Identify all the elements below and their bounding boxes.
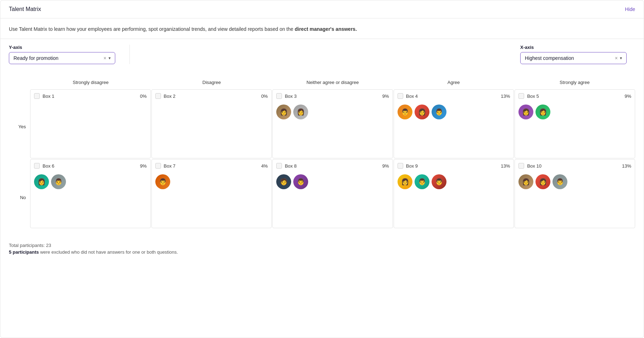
cell-header-box1: Box 1 0% [34, 93, 147, 99]
cell-checkbox-box9[interactable] [398, 163, 403, 169]
avatar-box10-1[interactable]: 👩 [518, 174, 533, 189]
y-axis-labels: Yes No [9, 77, 30, 233]
excluded-rest: were excluded who did not have answers f… [39, 249, 178, 255]
avatar-box9-2[interactable]: 👨 [415, 174, 429, 189]
cell-percent-box7: 4% [261, 163, 268, 169]
y-axis-label: Y-axis [9, 45, 115, 50]
cell-checkbox-box7[interactable] [155, 163, 161, 169]
matrix-cell-box5: Box 5 9% 👩 👩 [515, 89, 635, 158]
avatar-box4-3[interactable]: 👨 [432, 105, 446, 119]
matrix-cell-box1: Box 1 0% [30, 89, 151, 158]
cell-label-box5: Box 5 [518, 93, 539, 99]
matrix-grid-row1: Box 1 0% Box 2 0% [30, 89, 635, 158]
excluded-text: 5 participants were excluded who did not… [9, 249, 635, 255]
avatar-box10-2[interactable]: 👩 [535, 174, 550, 189]
cell-name-box9: Box 9 [406, 163, 418, 169]
col-header-0: Strongly disagree [30, 77, 151, 88]
cell-label-box8: Box 8 [276, 163, 296, 169]
matrix-cell-box10: Box 10 13% 👩 👩 👨 [515, 159, 635, 228]
cell-avatars-box1 [34, 103, 147, 106]
x-axis-select[interactable]: Highest compensation × ▾ [520, 52, 627, 64]
header: Talent Matrix Hide [0, 0, 644, 18]
x-axis-controls: × ▾ [615, 56, 622, 61]
cell-avatars-box8: 🧑 👨 [276, 173, 389, 191]
matrix-cell-box4: Box 4 13% 👨 👩 👨 [394, 89, 514, 158]
cell-checkbox-box8[interactable] [276, 163, 282, 169]
cell-label-box1: Box 1 [34, 93, 54, 99]
cell-avatars-box6: 👩 👨 [34, 173, 147, 191]
cell-name-box1: Box 1 [43, 94, 54, 99]
x-axis-label: X-axis [520, 45, 627, 50]
hide-link[interactable]: Hide [625, 6, 635, 12]
avatar-box4-2[interactable]: 👩 [415, 105, 429, 119]
cell-name-box5: Box 5 [527, 94, 539, 99]
y-label-no: No [9, 162, 30, 233]
cell-label-box7: Box 7 [155, 163, 176, 169]
cell-percent-box6: 9% [140, 163, 147, 169]
cell-header-box5: Box 5 9% [518, 93, 631, 99]
cell-checkbox-box5[interactable] [518, 93, 524, 99]
page-title: Talent Matrix [9, 6, 41, 12]
cell-name-box8: Box 8 [285, 163, 296, 169]
avatar-box5-1[interactable]: 👩 [518, 105, 533, 119]
x-axis-value: Highest compensation [525, 55, 574, 61]
x-axis-section: X-axis Highest compensation × ▾ [520, 45, 635, 64]
avatar-box9-3[interactable]: 👨 [432, 174, 446, 189]
cell-name-box10: Box 10 [527, 163, 541, 169]
x-axis-chevron-icon[interactable]: ▾ [620, 56, 622, 61]
footer: Total participants: 23 5 participants we… [0, 238, 644, 259]
col-header-4: Strongly agree [514, 77, 635, 88]
y-axis-chevron-icon[interactable]: ▾ [109, 56, 111, 61]
cell-percent-box8: 9% [382, 163, 389, 169]
cell-label-box6: Box 6 [34, 163, 54, 169]
avatar-box8-2[interactable]: 👨 [293, 174, 308, 189]
cell-label-box2: Box 2 [155, 93, 176, 99]
y-axis-select[interactable]: Ready for promotion × ▾ [9, 52, 115, 64]
y-axis-clear-icon[interactable]: × [104, 56, 106, 61]
cell-checkbox-box2[interactable] [155, 93, 161, 99]
avatar-box10-3[interactable]: 👨 [553, 174, 567, 189]
cell-header-box6: Box 6 9% [34, 163, 147, 169]
cell-header-box9: Box 9 13% [398, 163, 510, 169]
matrix-grid-row2: Box 6 9% 👩 👨 [30, 159, 635, 228]
cell-name-box6: Box 6 [43, 163, 54, 169]
cell-header-box4: Box 4 13% [398, 93, 510, 99]
cell-percent-box10: 13% [622, 163, 631, 169]
cell-label-box4: Box 4 [398, 93, 418, 99]
total-participants: Total participants: 23 [9, 243, 635, 248]
description-text-before: Use Talent Matrix to learn how your empl… [9, 26, 295, 32]
avatar-box6-1[interactable]: 👩 [34, 174, 49, 189]
excluded-bold: 5 participants [9, 249, 39, 255]
cell-percent-box3: 9% [382, 94, 389, 99]
cell-header-box3: Box 3 9% [276, 93, 389, 99]
matrix-section: Yes No Strongly disagree Disagree Neithe… [0, 68, 644, 238]
cell-avatars-box10: 👩 👩 👨 [518, 173, 631, 191]
cell-checkbox-box6[interactable] [34, 163, 40, 169]
matrix-cell-box8: Box 8 9% 🧑 👨 [272, 159, 393, 228]
matrix-layout: Yes No Strongly disagree Disagree Neithe… [9, 77, 635, 233]
matrix-cell-box3: Box 3 9% 👩 👩 [272, 89, 393, 158]
matrix-cell-box2: Box 2 0% [151, 89, 272, 158]
avatar-box4-1[interactable]: 👨 [398, 105, 412, 119]
col-header-1: Disagree [151, 77, 272, 88]
cell-checkbox-box10[interactable] [518, 163, 524, 169]
avatar-box5-2[interactable]: 👩 [535, 105, 550, 119]
avatar-box7-1[interactable]: 👨 [155, 174, 170, 189]
avatar-box3-1[interactable]: 👩 [276, 105, 291, 119]
cell-checkbox-box3[interactable] [276, 93, 282, 99]
matrix-cell-box6: Box 6 9% 👩 👨 [30, 159, 151, 228]
x-axis-clear-icon[interactable]: × [615, 56, 618, 61]
axes-divider [129, 45, 130, 64]
cell-checkbox-box4[interactable] [398, 93, 403, 99]
avatar-box6-2[interactable]: 👨 [51, 174, 66, 189]
avatar-box3-2[interactable]: 👩 [293, 105, 308, 119]
avatar-box9-1[interactable]: 👩 [398, 174, 412, 189]
cell-percent-box2: 0% [261, 94, 268, 99]
y-axis-controls: × ▾ [104, 56, 111, 61]
y-label-yes: Yes [9, 91, 30, 162]
cell-checkbox-box1[interactable] [34, 93, 40, 99]
avatar-box8-1[interactable]: 🧑 [276, 174, 291, 189]
cell-header-box10: Box 10 13% [518, 163, 631, 169]
matrix-cell-box7: Box 7 4% 👨 [151, 159, 272, 228]
y-axis-section: Y-axis Ready for promotion × ▾ [9, 45, 115, 64]
